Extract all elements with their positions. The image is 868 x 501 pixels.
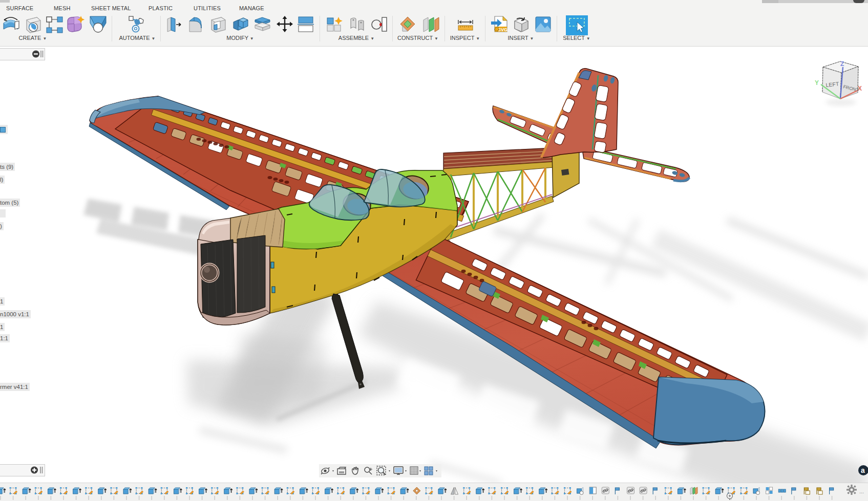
svg-text:a: a [861,466,865,474]
svg-text:X: X [858,85,862,92]
svg-text:Z: Z [840,60,844,68]
svg-text:SVG: SVG [498,27,507,32]
svg-text:Y: Y [815,79,819,86]
